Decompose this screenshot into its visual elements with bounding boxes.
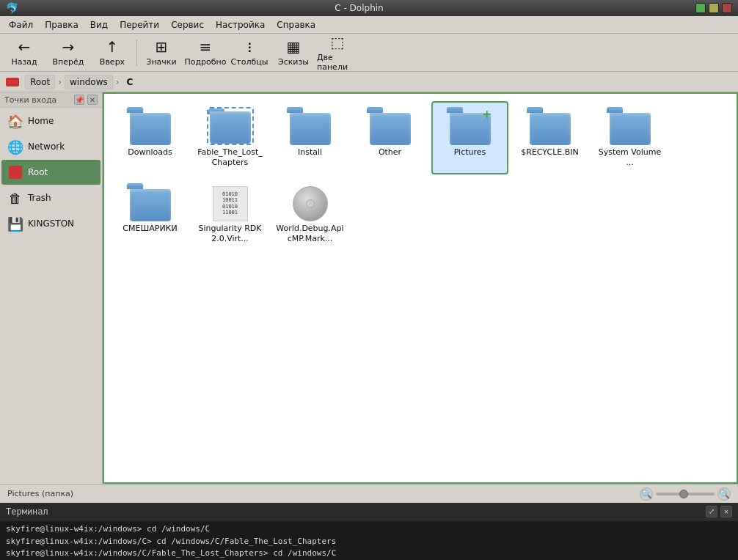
toolbar-forward-button[interactable]: →Вперёд [47,36,89,70]
zoom-out-button[interactable]: 🔍 [640,487,653,501]
folder-tab [607,107,623,113]
terminal-line: skyfire@linux-w4ix:/windows/C/Fable_The_… [6,548,732,560]
file-label: Singularity RDK 2.0.Virt... [196,224,264,245]
toolbar-up-button[interactable]: ↑Вверх [91,36,134,70]
toolbar-back-button[interactable]: ←Назад [3,36,45,70]
folder-body [130,189,171,221]
file-label: Other [379,147,401,158]
zoom-slider[interactable] [656,493,715,495]
sidebar-close-button[interactable]: ✕ [87,95,98,105]
titlebar: 🐬 C - Dolphin [0,0,738,16]
file-area: Downloads Fable_The_Lost_Chapters Instal… [103,92,738,484]
icons-icon: ⊞ [156,38,168,56]
sidebar-item-kingston[interactable]: 💾KINGSTON [1,211,101,236]
folder-body [530,113,571,145]
file-label: System Volume ... [596,147,664,169]
menu-item-file[interactable]: Файл [3,18,39,32]
terminal-title: Терминал [6,506,48,517]
up-label: Вверх [100,57,125,67]
disc-icon [287,183,334,221]
sidebar-item-label: Root [28,167,48,177]
toolbar-details-button[interactable]: ≡Подробно [184,36,227,70]
folder-body [210,111,251,144]
folder-tab [127,107,143,113]
file-item-world[interactable]: World.Debug.ApicMP.Mark... [271,177,348,251]
file-grid: Downloads Fable_The_Lost_Chapters Instal… [104,94,737,257]
sidebar-item-root[interactable]: Root [1,160,101,185]
toolbar-thumbnails-button[interactable]: ▦Эскизы [272,36,315,70]
sidebar-controls: 📌 ✕ [74,95,98,105]
sidebar-item-trash[interactable]: 🗑Trash [1,185,101,210]
panels-icon: ⬚ [331,34,345,51]
forward-label: Вперёд [53,57,84,67]
file-item-singularity[interactable]: 01010100110101011001 Singularity RDK 2.0… [191,177,268,251]
menu-item-view[interactable]: Вид [84,18,114,32]
terminal-detach-button[interactable]: ⤢ [706,506,717,517]
folder-icon: + [447,107,494,145]
file-item-recycle[interactable]: $RECYCLE.BIN [511,101,588,174]
file-item-other[interactable]: Other [351,101,428,174]
menu-item-go[interactable]: Перейти [114,18,165,32]
sidebar-item-label: Trash [28,193,51,203]
sidebar-item-network[interactable]: 🌐Network [1,134,101,159]
toolbar: ←Назад→Вперёд↑Вверх⊞Значки≡Подробно⫶Стол… [0,34,738,72]
network-icon: 🌐 [7,139,23,155]
folder-tab [527,107,543,113]
thumbnails-icon: ▦ [287,38,301,56]
file-label: СМЕШАРИКИ [123,224,177,234]
zoom-handle[interactable] [679,490,688,498]
toolbar-panels-button[interactable]: ⬚Две панели [316,36,359,70]
file-label: Install [298,147,322,158]
titlebar-title: C - Dolphin [23,3,695,13]
sidebar-item-label: Home [28,116,54,126]
folder-icon [127,183,174,221]
titlebar-icon: 🐬 [6,2,18,14]
terminal-content[interactable]: skyfire@linux-w4ix:/windows> cd /windows… [0,520,738,560]
close-button[interactable] [722,3,732,13]
sidebar-item-home[interactable]: 🏠Home [1,108,101,133]
file-label: World.Debug.ApicMP.Mark... [276,224,344,245]
file-item-cmeshарiki[interactable]: СМЕШАРИКИ [112,177,189,251]
menu-item-help[interactable]: Справка [271,18,321,32]
menu-item-edit[interactable]: Правка [39,18,84,32]
statusbar: Pictures (папка) 🔍 🔍 [0,484,738,503]
breadcrumb-separator: › [58,77,62,87]
menu-item-settings[interactable]: Настройка [210,18,271,32]
file-label: $RECYCLE.BIN [521,147,578,158]
file-item-install[interactable]: Install [271,101,348,174]
main-area: Точки входа 📌 ✕ 🏠Home🌐NetworkRoot🗑Trash💾… [0,92,738,484]
folder-tab [287,107,303,113]
file-item-pictures[interactable]: + Pictures [431,101,508,174]
toolbar-icons-button[interactable]: ⊞Значки [140,36,183,70]
sidebar-title: Точки входа [4,95,56,105]
sidebar-header: Точки входа 📌 ✕ [0,92,102,108]
maximize-button[interactable] [709,3,719,13]
file-label: Downloads [128,147,172,158]
file-label: Pictures [454,147,486,158]
sidebar-pin-button[interactable]: 📌 [74,95,84,105]
icons-label: Значки [146,57,176,67]
file-item-downloads[interactable]: Downloads [112,101,189,174]
minimize-button[interactable] [695,3,706,13]
sidebar-item-label: Network [28,141,65,152]
terminal-controls: ⤢ ✕ [706,506,732,517]
forward-icon: → [62,38,75,56]
folder-tab [447,107,463,113]
zoom-in-button[interactable]: 🔍 [717,487,731,501]
columns-label: Столбцы [231,57,268,67]
breadcrumb-windows[interactable]: windows [65,75,113,89]
toolbar-columns-button[interactable]: ⫶Столбцы [228,36,271,70]
menubar: ФайлПравкаВидПерейтиСервисНастройкаСправ… [0,16,738,34]
disc-hole [306,199,315,208]
file-item-fable[interactable]: Fable_The_Lost_Chapters [191,101,268,174]
menu-item-tools[interactable]: Сервис [165,18,210,32]
terminal-close-button[interactable]: ✕ [720,506,732,517]
file-label: Fable_The_Lost_Chapters [196,147,264,169]
folder-body [290,113,331,145]
file-item-systemvolume[interactable]: System Volume ... [591,101,668,174]
folder-icon [127,107,174,145]
breadcrumb-C[interactable]: C [123,75,138,89]
disc-file-icon [293,186,328,221]
zoom-controls: 🔍 🔍 [640,487,731,501]
breadcrumb-Root[interactable]: Root [25,75,55,89]
